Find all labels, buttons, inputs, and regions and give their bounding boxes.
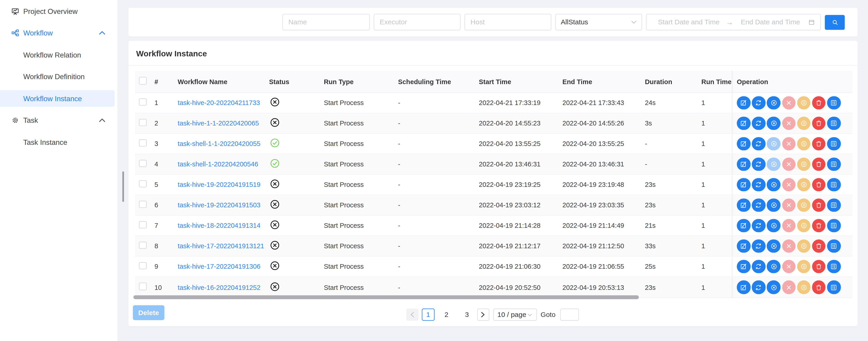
rerun-button[interactable] — [752, 178, 766, 192]
edit-button[interactable] — [737, 158, 750, 171]
horizontal-scrollbar-thumb[interactable] — [133, 295, 639, 299]
rerun-button[interactable] — [752, 96, 766, 110]
recover-failed-button[interactable] — [767, 199, 781, 212]
page-1-button[interactable]: 1 — [422, 308, 434, 321]
status-select[interactable]: AllStatus — [555, 14, 642, 30]
workflow-name-link[interactable]: task-hive-1-1-20220420065 — [178, 120, 259, 127]
workflow-name-link[interactable]: task-hive-17-202204191306 — [178, 263, 260, 270]
stop-button[interactable] — [782, 178, 796, 192]
rerun-button[interactable] — [752, 219, 766, 233]
row-checkbox[interactable] — [139, 241, 147, 249]
gantt-button[interactable] — [827, 158, 841, 171]
sidebar-item-task-instance[interactable]: Task Instance — [0, 134, 115, 150]
edit-button[interactable] — [737, 137, 750, 151]
stop-button[interactable] — [782, 199, 796, 212]
delete-button[interactable] — [812, 96, 826, 110]
next-page-button[interactable] — [477, 308, 489, 321]
gantt-button[interactable] — [827, 178, 841, 192]
edit-button[interactable] — [737, 116, 750, 130]
recover-failed-button[interactable] — [767, 219, 781, 233]
delete-button[interactable]: Delete — [133, 305, 164, 320]
row-checkbox[interactable] — [139, 262, 147, 269]
delete-button[interactable] — [812, 199, 826, 212]
gantt-button[interactable] — [827, 199, 841, 212]
row-checkbox[interactable] — [139, 221, 147, 229]
stop-button[interactable] — [782, 219, 796, 233]
pause-button[interactable] — [797, 199, 811, 212]
recover-failed-button[interactable] — [767, 280, 781, 294]
delete-button[interactable] — [812, 137, 826, 151]
stop-button[interactable] — [782, 260, 796, 273]
delete-button[interactable] — [812, 260, 826, 273]
edit-button[interactable] — [737, 178, 750, 192]
stop-button[interactable] — [782, 280, 796, 294]
pause-button[interactable] — [797, 137, 811, 151]
row-checkbox[interactable] — [139, 98, 147, 106]
workflow-name-link[interactable]: task-hive-19-202204191503 — [178, 201, 260, 209]
pause-button[interactable] — [797, 219, 811, 233]
delete-button[interactable] — [812, 116, 826, 130]
page-3-button[interactable]: 3 — [461, 308, 473, 321]
gantt-button[interactable] — [827, 96, 841, 110]
edit-button[interactable] — [737, 260, 750, 273]
sidebar-item-project-overview[interactable]: Project Overview — [0, 3, 115, 19]
gantt-button[interactable] — [827, 239, 841, 253]
rerun-button[interactable] — [752, 116, 766, 130]
workflow-name-link[interactable]: task-hive-20-202204211733 — [178, 99, 260, 107]
sidebar-scrollbar-thumb[interactable] — [122, 171, 124, 202]
executor-input[interactable] — [374, 14, 461, 30]
prev-page-button[interactable] — [406, 308, 418, 321]
sidebar-item-workflow[interactable]: Workflow — [0, 24, 115, 41]
stop-button[interactable] — [782, 116, 796, 130]
edit-button[interactable] — [737, 96, 750, 110]
sidebar-item-workflow-instance[interactable]: Workflow Instance — [0, 90, 115, 107]
rerun-button[interactable] — [752, 199, 766, 212]
pause-button[interactable] — [797, 116, 811, 130]
stop-button[interactable] — [782, 137, 796, 151]
pause-button[interactable] — [797, 280, 811, 294]
pause-button[interactable] — [797, 96, 811, 110]
sidebar-item-workflow-definition[interactable]: Workflow Definition — [0, 68, 115, 84]
delete-button[interactable] — [812, 280, 826, 294]
workflow-name-link[interactable]: task-hive-17-2022041913121 — [178, 242, 264, 250]
select-all-checkbox[interactable] — [139, 77, 147, 84]
search-button[interactable] — [825, 14, 845, 30]
name-input[interactable] — [282, 14, 370, 30]
rerun-button[interactable] — [752, 260, 766, 273]
recover-failed-button[interactable] — [767, 137, 781, 151]
pause-button[interactable] — [797, 260, 811, 273]
daterange-picker[interactable]: Start Date and Time → End Date and Time — [646, 14, 821, 30]
delete-button[interactable] — [812, 178, 826, 192]
row-checkbox[interactable] — [139, 201, 147, 208]
edit-button[interactable] — [737, 199, 750, 212]
delete-button[interactable] — [812, 219, 826, 233]
page-size-select[interactable]: 10 / page — [493, 308, 537, 321]
gantt-button[interactable] — [827, 137, 841, 151]
row-checkbox[interactable] — [139, 160, 147, 167]
edit-button[interactable] — [737, 280, 750, 294]
workflow-name-link[interactable]: task-hive-18-202204191314 — [178, 221, 260, 229]
stop-button[interactable] — [782, 158, 796, 171]
rerun-button[interactable] — [752, 158, 766, 171]
chevron-up-icon[interactable] — [99, 31, 105, 35]
workflow-name-link[interactable]: task-shell-1-202204200546 — [178, 160, 258, 168]
recover-failed-button[interactable] — [767, 260, 781, 273]
workflow-name-link[interactable]: task-shell-1-1-20220420055 — [178, 140, 260, 147]
edit-button[interactable] — [737, 219, 750, 233]
delete-button[interactable] — [812, 158, 826, 171]
pause-button[interactable] — [797, 158, 811, 171]
row-checkbox[interactable] — [139, 139, 147, 147]
sidebar-item-workflow-relation[interactable]: Workflow Relation — [0, 46, 115, 63]
page-2-button[interactable]: 2 — [440, 308, 453, 321]
rerun-button[interactable] — [752, 280, 766, 294]
stop-button[interactable] — [782, 239, 796, 253]
gantt-button[interactable] — [827, 280, 841, 294]
recover-failed-button[interactable] — [767, 239, 781, 253]
rerun-button[interactable] — [752, 137, 766, 151]
workflow-name-link[interactable]: task-hive-16-202204191252 — [178, 283, 260, 291]
row-checkbox[interactable] — [139, 180, 147, 187]
row-checkbox[interactable] — [139, 119, 147, 126]
gantt-button[interactable] — [827, 260, 841, 273]
workflow-name-link[interactable]: task-hive-19-202204191519 — [178, 181, 260, 189]
pause-button[interactable] — [797, 239, 811, 253]
